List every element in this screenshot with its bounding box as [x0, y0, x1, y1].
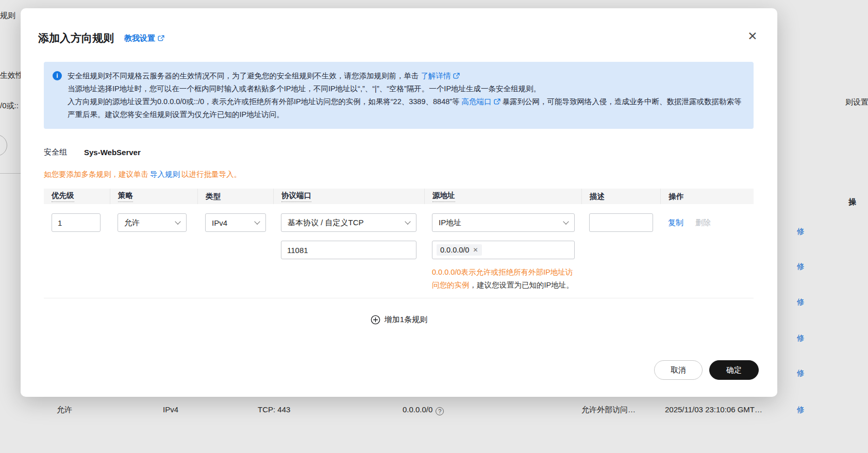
protocol-help-label[interactable]: 协议端口	[281, 191, 311, 202]
type-cell: IPv4	[197, 213, 273, 292]
alert-line3: 入方向规则的源地址设置为0.0.0.0/0或::/0，表示允许或拒绝所有外部IP…	[68, 97, 460, 106]
security-group-row: 安全组 Sys-WebServer	[44, 147, 754, 157]
add-rule-row: 增加1条规则	[21, 315, 777, 325]
dialog-title: 添加入方向规则	[38, 31, 114, 45]
description-input[interactable]	[589, 213, 653, 232]
header-operation: 操作	[660, 189, 753, 204]
priority-input[interactable]	[52, 213, 101, 232]
remove-chip-icon[interactable]: ✕	[473, 247, 478, 253]
high-risk-ports-link[interactable]: 高危端口	[462, 95, 500, 108]
confirm-button[interactable]: 确定	[709, 360, 759, 380]
import-rules-link[interactable]: 导入规则	[150, 170, 180, 179]
priority-help-label[interactable]: 优先级	[52, 191, 74, 202]
header-source: 源地址	[424, 189, 581, 204]
header-priority: 优先级	[44, 189, 110, 204]
source-ip-input[interactable]: 0.0.0.0/0 ✕	[432, 241, 575, 259]
external-link-icon	[453, 73, 460, 79]
teach-me-setup-link[interactable]: 教我设置	[124, 33, 164, 43]
header-policy: 策略	[110, 189, 197, 204]
source-warning-rest: ，建议您设置为已知的IP地址。	[470, 281, 574, 289]
policy-select[interactable]: 允许	[118, 213, 187, 232]
header-protocol: 协议端口	[273, 189, 424, 204]
cancel-button[interactable]: 取消	[654, 360, 703, 380]
alert-line2: 当源地址选择IP地址时，您可以在一个框内同时输入或者粘贴多个IP地址，不同IP地…	[68, 82, 743, 95]
source-ip-chip: 0.0.0.0/0 ✕	[437, 244, 482, 256]
port-input[interactable]	[281, 241, 416, 259]
alert-line1: 安全组规则对不同规格云服务器的生效情况不同，为了避免您的安全组规则不生效，请您添…	[68, 72, 419, 80]
dialog-footer: 取消 确定	[654, 360, 759, 380]
rule-table: 优先级 策略 类型 协议端口 源地址 描述 操作 允许	[44, 189, 754, 298]
chevron-down-icon	[563, 219, 569, 224]
source-type-select-value: IP地址	[439, 218, 461, 228]
type-select-value: IPv4	[212, 219, 227, 227]
protocol-select-value: 基本协议 / 自定义TCP	[288, 218, 364, 228]
policy-select-value: 允许	[124, 218, 140, 228]
close-icon[interactable]: ✕	[744, 28, 761, 44]
rule-table-header: 优先级 策略 类型 协议端口 源地址 描述 操作	[44, 189, 754, 204]
source-warning: 0.0.0.0/0表示允许或拒绝所有外部IP地址访问您的实例，建议您设置为已知的…	[432, 266, 575, 292]
type-select[interactable]: IPv4	[205, 213, 266, 232]
protocol-cell: 基本协议 / 自定义TCP	[273, 213, 424, 292]
screen: 规则 生效性 /0或:: 则设置为 操 修 修 修 修 修 允许 IPv4 TC…	[0, 0, 868, 453]
operation-cell: 复制 删除	[660, 213, 753, 292]
rule-row: 允许 IPv4 基本协议 / 自定义TCP	[44, 204, 754, 298]
protocol-select[interactable]: 基本协议 / 自定义TCP	[281, 213, 416, 232]
header-description: 描述	[581, 189, 660, 204]
external-link-icon	[494, 98, 500, 105]
chevron-down-icon	[254, 219, 260, 224]
dialog-header: 添加入方向规则 教我设置	[21, 8, 777, 45]
add-rule-button[interactable]: 增加1条规则	[371, 315, 427, 325]
policy-cell: 允许	[110, 213, 197, 292]
learn-more-link[interactable]: 了解详情	[421, 70, 460, 82]
source-help-label[interactable]: 源地址	[432, 191, 455, 202]
import-tip: 如您要添加多条规则，建议单击导入规则以进行批量导入。	[44, 170, 754, 179]
add-rule-label: 增加1条规则	[385, 315, 427, 325]
teach-me-setup-label: 教我设置	[124, 33, 155, 43]
description-cell	[581, 213, 660, 292]
info-alert: i 安全组规则对不同规格云服务器的生效情况不同，为了避免您的安全组规则不生效，请…	[44, 62, 754, 129]
import-tip-prefix: 如您要添加多条规则，建议单击	[44, 170, 148, 178]
policy-help-label[interactable]: 策略	[118, 191, 133, 202]
chevron-down-icon	[405, 219, 410, 224]
source-type-select[interactable]: IP地址	[432, 213, 575, 232]
info-alert-text: 安全组规则对不同规格云服务器的生效情况不同，为了避免您的安全组规则不生效，请您添…	[68, 70, 743, 121]
security-group-value: Sys-WebServer	[84, 148, 141, 157]
import-tip-suffix: 以进行批量导入。	[181, 170, 241, 178]
source-ip-chip-label: 0.0.0.0/0	[440, 246, 469, 254]
security-group-label: 安全组	[44, 147, 67, 157]
info-icon: i	[53, 71, 62, 80]
delete-rule-link: 删除	[695, 218, 711, 228]
add-inbound-rule-dialog: ✕ 添加入方向规则 教我设置 i 安全组规则对不同规格云服务器的生效情况不同，为…	[21, 8, 777, 397]
external-link-icon	[158, 35, 164, 42]
header-type: 类型	[197, 189, 273, 204]
chevron-down-icon	[175, 219, 180, 224]
priority-cell	[44, 213, 110, 292]
plus-circle-icon	[371, 315, 380, 325]
source-cell: IP地址 0.0.0.0/0 ✕ 0.0.0.0/0表示允许或拒绝所有外部IP地…	[424, 213, 581, 292]
copy-rule-link[interactable]: 复制	[668, 218, 683, 228]
